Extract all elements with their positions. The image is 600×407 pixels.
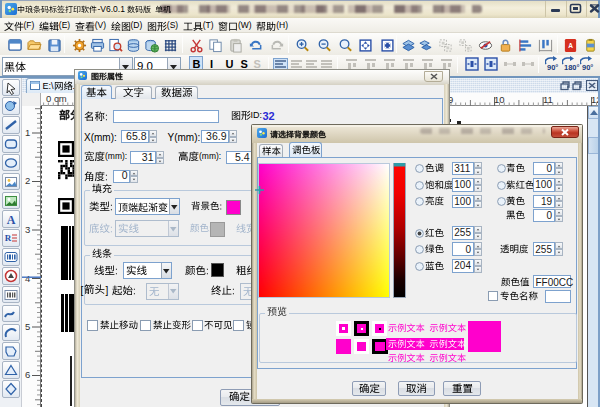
svg-text:11: 11: [543, 94, 553, 105]
svg-text:10: 10: [494, 94, 505, 105]
svg-text:3: 3: [25, 224, 30, 235]
svg-text:A: A: [568, 42, 573, 49]
svg-text:R: R: [5, 233, 12, 243]
svg-text:2: 2: [25, 175, 30, 186]
svg-text:6: 6: [25, 369, 30, 380]
svg-text:4: 4: [25, 273, 30, 284]
svg-text:1: 1: [25, 127, 30, 138]
svg-text:5: 5: [25, 321, 30, 332]
svg-text:A: A: [7, 213, 16, 227]
